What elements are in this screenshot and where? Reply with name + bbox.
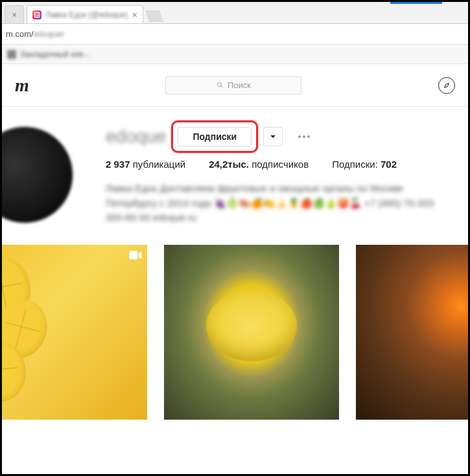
search-placeholder: Поиск: [228, 80, 251, 90]
profile-header-row: edoque Подписки: [106, 126, 455, 147]
follow-dropdown-button[interactable]: [263, 127, 283, 146]
following-label: Подписки:: [332, 159, 378, 170]
bio-line-1: Лавка Едок Доставляем фруктовые и овощны…: [106, 181, 455, 196]
bio-line-3: 300-60-93 edoque.ru: [106, 210, 455, 225]
search-input[interactable]: Поиск: [165, 76, 301, 95]
svg-point-4: [217, 82, 221, 86]
svg-point-3: [38, 12, 39, 13]
browser-tab-strip: × Лавка Едок (@edoque) ×: [2, 2, 468, 24]
close-icon[interactable]: ×: [132, 10, 137, 20]
profile-info: edoque Подписки 2 937 публикаций 24,2тыс…: [106, 126, 455, 225]
profile-section: edoque Подписки 2 937 публикаций 24,2тыс…: [2, 107, 468, 245]
bookmarks-bar: Закладочный эле...: [2, 45, 468, 64]
bio-text: Лавка Едок Доставляем фруктовые и овощны…: [106, 181, 455, 225]
instagram-favicon-icon: [32, 10, 41, 19]
window-active-indicator: [390, 2, 442, 4]
stat-followers[interactable]: 24,2тыс. подписчиков: [209, 159, 309, 170]
svg-rect-0: [32, 10, 41, 19]
followers-count: 24,2тыс.: [209, 159, 249, 170]
svg-rect-7: [129, 251, 137, 259]
compass-needle-icon: [442, 80, 451, 89]
url-blurred-fragment: edoque/: [34, 29, 64, 39]
tab-inactive[interactable]: ×: [5, 5, 24, 23]
tab-title: Лавка Едок (@edoque): [45, 10, 128, 19]
close-icon[interactable]: ×: [12, 10, 17, 20]
bio-line-2: Петербургу с 2014 года 🍇🍈🍉🍊🍋🍌🍍🍎🍏🍐🍑🍒 +7 (…: [106, 196, 455, 211]
follow-button-highlight-wrap: Подписки: [178, 127, 252, 146]
followers-label: подписчиков: [252, 159, 309, 170]
food-shape: [206, 290, 297, 361]
svg-marker-8: [139, 251, 142, 258]
posts-grid: [2, 245, 468, 420]
bookmark-label: Закладочный эле...: [20, 50, 89, 59]
more-options-button[interactable]: [294, 131, 314, 142]
svg-line-5: [221, 86, 223, 88]
stat-following[interactable]: Подписки: 702: [332, 159, 397, 170]
avatar-container: [0, 126, 60, 225]
search-icon: [217, 82, 224, 89]
username: edoque: [106, 126, 166, 147]
avatar[interactable]: [0, 126, 73, 223]
post-thumbnail[interactable]: [164, 245, 339, 420]
bookmark-item[interactable]: Закладочный эле...: [7, 50, 89, 59]
following-count: 702: [381, 159, 397, 170]
posts-count: 2 937: [106, 159, 130, 170]
post-thumbnail[interactable]: [356, 245, 470, 420]
video-badge-icon: [129, 250, 142, 260]
new-tab-button[interactable]: [145, 10, 164, 22]
svg-marker-6: [443, 82, 450, 89]
follow-button[interactable]: Подписки: [178, 127, 252, 146]
tab-active[interactable]: Лавка Едок (@edoque) ×: [27, 5, 143, 23]
posts-label: публикаций: [133, 159, 185, 170]
bookmark-favicon-icon: [7, 50, 16, 59]
post-thumbnail[interactable]: [0, 245, 147, 420]
stats-row: 2 937 публикаций 24,2тыс. подписчиков По…: [106, 159, 455, 170]
stat-posts[interactable]: 2 937 публикаций: [106, 159, 185, 170]
explore-icon[interactable]: [438, 77, 455, 94]
instagram-header: m Поиск: [2, 64, 468, 107]
address-bar[interactable]: m.com/edoque/: [2, 24, 468, 45]
url-visible-fragment: m.com/: [6, 29, 34, 39]
instagram-logo[interactable]: m: [15, 75, 29, 96]
